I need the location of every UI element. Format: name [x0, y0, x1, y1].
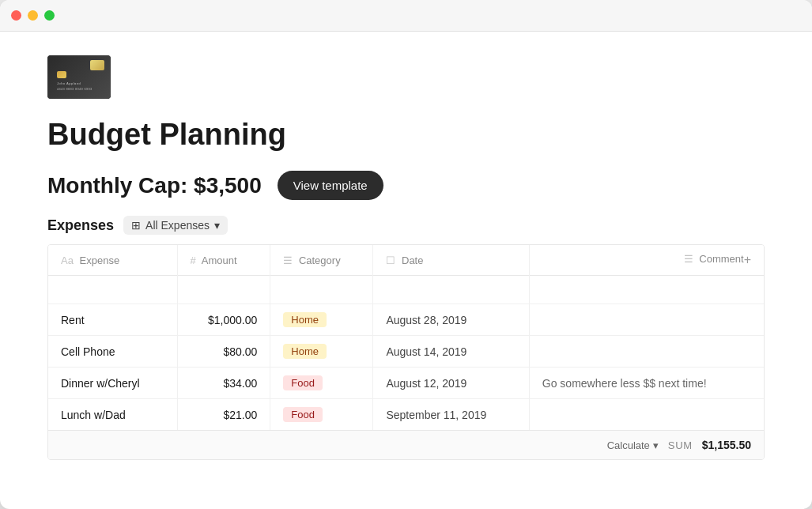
category-badge: Home [283, 344, 327, 359]
comment-cell[interactable] [529, 399, 764, 431]
table-row: Rent $1,000.00 Home August 28, 2019 [48, 304, 764, 336]
category-badge: Food [283, 375, 323, 390]
grid-icon: ⊞ [131, 219, 141, 232]
category-cell[interactable]: Food [270, 399, 373, 431]
expenses-header: Expenses ⊞ All Expenses ▾ [47, 216, 765, 235]
date-cell[interactable]: August 12, 2019 [373, 368, 529, 399]
col-expense: Aa Expense [48, 245, 177, 276]
expenses-label: Expenses [47, 217, 114, 234]
col-category: ☰ Category [270, 245, 373, 276]
empty-category-cell[interactable] [270, 276, 373, 304]
date-cell[interactable]: August 14, 2019 [373, 336, 529, 368]
app-window: John Appland 4443 8883 8949 6993 Budget … [0, 0, 812, 509]
expense-name-cell[interactable]: Lunch w/Dad [48, 399, 177, 431]
card-name-text: John Appland [57, 81, 104, 85]
card-chip [57, 71, 66, 78]
empty-comment-cell[interactable] [529, 276, 764, 304]
category-badge: Home [283, 312, 327, 327]
view-selector[interactable]: ⊞ All Expenses ▾ [123, 216, 228, 235]
comment-cell[interactable] [529, 304, 764, 336]
col-amount: # Amount [177, 245, 270, 276]
cover-image: John Appland 4443 8883 8949 6993 [47, 55, 111, 99]
minimize-button[interactable] [28, 10, 38, 21]
monthly-cap: Monthly Cap: $3,500 [47, 173, 262, 198]
maximize-button[interactable] [44, 10, 55, 21]
expenses-table-wrapper: Aa Expense # Amount ☰ Category ☐ [47, 244, 765, 460]
empty-amount-cell[interactable] [177, 276, 270, 304]
view-selector-label: All Expenses [145, 219, 210, 232]
view-template-button[interactable]: View template [278, 171, 383, 200]
sum-value: $1,155.50 [702, 439, 751, 451]
comment-cell[interactable]: Go somewhere less $$ next time! [529, 368, 764, 399]
sum-label: SUM [668, 439, 693, 451]
table-row: Dinner w/Cheryl $34.00 Food August 12, 2… [48, 368, 764, 399]
calculate-button[interactable]: Calculate ▾ [607, 439, 659, 451]
amount-cell[interactable]: $21.00 [177, 399, 270, 431]
empty-expense-cell[interactable] [48, 276, 177, 304]
expenses-table: Aa Expense # Amount ☰ Category ☐ [48, 245, 764, 430]
col-comment: ☰ Comment + [529, 245, 764, 276]
amount-cell[interactable]: $34.00 [177, 368, 270, 399]
category-cell[interactable]: Home [270, 304, 373, 336]
comment-cell[interactable] [529, 336, 764, 368]
category-cell[interactable]: Home [270, 336, 373, 368]
chevron-down-icon: ▾ [214, 219, 220, 232]
amount-cell[interactable]: $1,000.00 [177, 304, 270, 336]
text-icon: Aa [61, 254, 74, 266]
table-header-row: Aa Expense # Amount ☰ Category ☐ [48, 245, 764, 276]
table-row: Cell Phone $80.00 Home August 14, 2019 [48, 336, 764, 368]
table-row-empty [48, 276, 764, 304]
expense-name-cell[interactable]: Rent [48, 304, 177, 336]
category-badge: Food [283, 407, 323, 422]
add-column-icon[interactable]: + [744, 253, 751, 267]
chevron-down-icon: ▾ [653, 439, 659, 451]
col-date: ☐ Date [373, 245, 529, 276]
amount-cell[interactable]: $80.00 [177, 336, 270, 368]
list-icon: ☰ [283, 254, 293, 266]
date-cell[interactable]: August 28, 2019 [373, 304, 529, 336]
expense-name-cell[interactable]: Cell Phone [48, 336, 177, 368]
close-button[interactable] [11, 10, 21, 21]
credit-card-graphic: John Appland 4443 8883 8949 6993 [47, 55, 111, 99]
titlebar [0, 0, 812, 32]
date-cell[interactable]: September 11, 2019 [373, 399, 529, 431]
card-number-text: 4443 8883 8949 6993 [57, 87, 104, 91]
table-row: Lunch w/Dad $21.00 Food September 11, 20… [48, 399, 764, 431]
main-content: John Appland 4443 8883 8949 6993 Budget … [0, 32, 812, 509]
calculate-label: Calculate [607, 439, 650, 451]
hash-icon: # [191, 254, 196, 266]
calendar-icon: ☐ [386, 254, 395, 266]
category-cell[interactable]: Food [270, 368, 373, 399]
empty-date-cell[interactable] [373, 276, 529, 304]
page-title: Budget Planning [47, 118, 765, 152]
monthly-cap-row: Monthly Cap: $3,500 View template [47, 171, 765, 200]
expense-name-cell[interactable]: Dinner w/Cheryl [48, 368, 177, 399]
comment-icon: ☰ [684, 253, 693, 265]
table-footer: Calculate ▾ SUM $1,155.50 [48, 430, 764, 459]
